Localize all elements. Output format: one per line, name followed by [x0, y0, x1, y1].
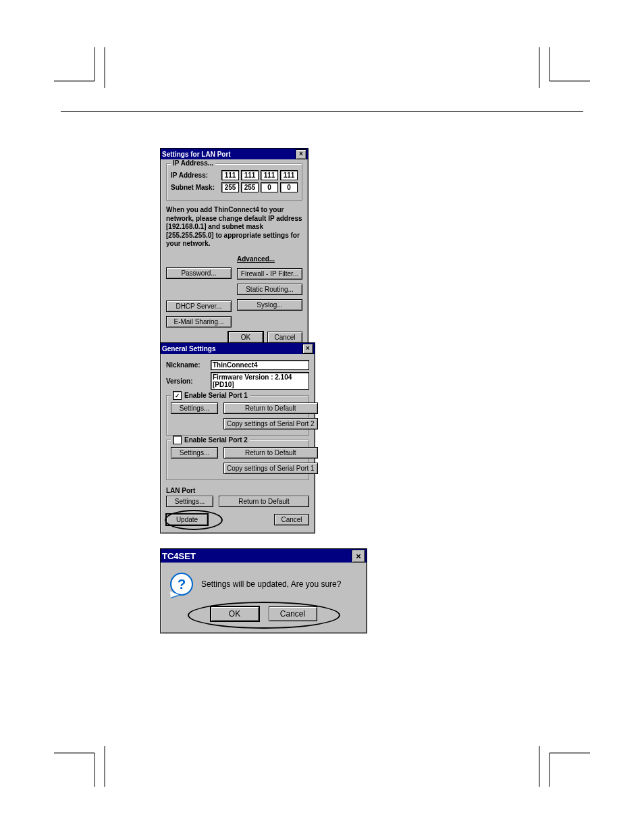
crop-mark-bottom-right — [536, 746, 590, 787]
sp1-enable-label: Enable Serial Port 1 — [184, 392, 248, 399]
ip-address-label: IP Address: — [171, 172, 208, 179]
confirm-dialog: TC4SET × ? Settings will be updated, Are… — [160, 548, 367, 633]
sp2-enable-label: Enable Serial Port 2 — [184, 436, 248, 444]
sp1-copy-button[interactable]: Copy settings of Serial Port 2 — [223, 418, 318, 429]
sp1-enable-checkbox[interactable]: ✓ — [173, 391, 182, 400]
sp2-return-default-button[interactable]: Return to Default — [223, 447, 318, 459]
lan-hint-text: When you add ThinConnect4 to your networ… — [166, 206, 302, 249]
syslog-button[interactable]: Syslog... — [237, 299, 302, 311]
confirm-message: Settings will be updated, Are you sure? — [201, 579, 341, 589]
nickname-label: Nickname: — [166, 361, 204, 369]
question-icon: ? — [170, 573, 193, 596]
sp2-settings-button[interactable]: Settings... — [171, 447, 218, 459]
general-cancel-button[interactable]: Cancel — [274, 514, 309, 525]
update-button[interactable]: Update — [166, 514, 208, 525]
subnet-octet-1[interactable]: 255 — [221, 182, 239, 192]
crop-mark-top-left — [54, 47, 108, 88]
lan-titlebar: Settings for LAN Port × — [161, 149, 308, 159]
close-icon[interactable]: × — [296, 149, 306, 159]
lan-cancel-button[interactable]: Cancel — [267, 332, 302, 343]
confirm-ok-button[interactable]: OK — [211, 606, 259, 621]
close-icon[interactable]: × — [302, 344, 313, 354]
subnet-octet-4[interactable]: 0 — [280, 182, 298, 192]
ip-octet-2[interactable]: 111 — [241, 170, 259, 180]
sp2-copy-button[interactable]: Copy settings of Serial Port 1 — [223, 463, 318, 474]
sp1-settings-button[interactable]: Settings... — [171, 402, 218, 414]
email-sharing-button[interactable]: E-Mail Sharing... — [166, 316, 232, 328]
general-settings-dialog: General Settings × Nickname: ThinConnect… — [160, 342, 315, 533]
advanced-label: Advanced... — [237, 255, 302, 263]
document-page: Settings for LAN Port × IP Address... IP… — [0, 0, 644, 834]
crop-mark-top-right — [536, 47, 590, 88]
ip-group-legend: IP Address... — [171, 159, 215, 167]
confirm-titlebar: TC4SET × — [161, 549, 367, 563]
general-titlebar: General Settings × — [161, 343, 315, 354]
subnet-mask-input: 255 255 0 0 — [221, 182, 298, 192]
ip-octet-3[interactable]: 111 — [261, 170, 278, 180]
crop-mark-bottom-left — [54, 746, 108, 787]
ip-octet-4[interactable]: 111 — [280, 170, 298, 180]
confirm-title: TC4SET — [162, 551, 196, 561]
ip-address-input: 111 111 111 111 — [221, 170, 298, 180]
page-header-rule — [61, 111, 583, 112]
confirm-cancel-button[interactable]: Cancel — [269, 606, 317, 621]
password-button[interactable]: Password... — [166, 267, 232, 279]
subnet-octet-2[interactable]: 255 — [241, 182, 259, 192]
subnet-mask-label: Subnet Mask: — [171, 184, 215, 191]
lan-ok-button[interactable]: OK — [228, 332, 263, 343]
lan-title: Settings for LAN Port — [162, 151, 231, 158]
lanport-label: LAN Port — [166, 487, 309, 494]
serial-port-2-group: Enable Serial Port 2 Settings... Return … — [166, 440, 309, 480]
sp2-enable-checkbox[interactable] — [173, 436, 182, 444]
static-routing-button[interactable]: Static Routing... — [237, 284, 302, 295]
serial-port-1-group: ✓ Enable Serial Port 1 Settings... Retur… — [166, 395, 309, 436]
firewall-button[interactable]: Firewall - IP Filter... — [237, 268, 302, 280]
subnet-octet-3[interactable]: 0 — [261, 182, 278, 192]
close-icon[interactable]: × — [352, 550, 365, 563]
version-label: Version: — [166, 377, 204, 385]
nickname-field[interactable]: ThinConnect4 — [211, 360, 309, 370]
version-field: Firmware Version : 2.104 [PD10] — [211, 372, 309, 390]
general-title: General Settings — [162, 345, 215, 353]
dhcp-server-button[interactable]: DHCP Server... — [166, 301, 232, 312]
sp1-return-default-button[interactable]: Return to Default — [223, 402, 318, 414]
lanport-settings-button[interactable]: Settings... — [166, 496, 213, 507]
ip-octet-1[interactable]: 111 — [221, 170, 239, 180]
lanport-return-default-button[interactable]: Return to Default — [219, 496, 309, 507]
lan-settings-dialog: Settings for LAN Port × IP Address... IP… — [160, 148, 308, 351]
ip-address-group: IP Address... IP Address: 111 111 111 11… — [166, 163, 302, 201]
